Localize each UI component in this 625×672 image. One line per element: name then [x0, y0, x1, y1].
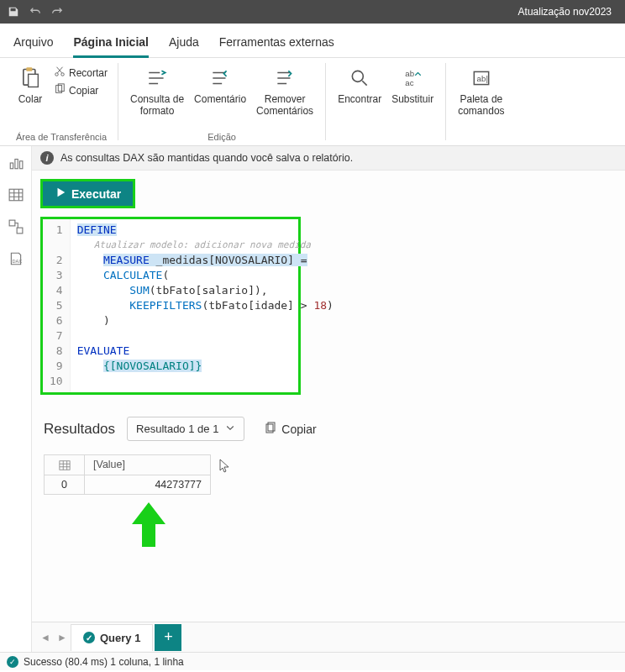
paste-button[interactable]: Colar [13, 63, 47, 107]
results-title: Resultados [44, 421, 115, 438]
paste-icon [17, 65, 44, 92]
menu-arquivo[interactable]: Arquivo [13, 32, 53, 57]
table-icon [59, 459, 71, 471]
command-palette-icon: ab| [468, 65, 495, 92]
status-text: Sucesso (80.4 ms) 1 coluna, 1 linha [24, 656, 184, 668]
annotation-arrow-up-icon [128, 501, 170, 554]
svg-rect-1 [26, 67, 32, 71]
menu-ajuda[interactable]: Ajuda [169, 32, 199, 57]
copy-icon [263, 421, 276, 437]
svg-rect-16 [9, 220, 15, 226]
sidebar-data-view[interactable] [8, 186, 24, 203]
cut-button[interactable]: Recortar [52, 65, 109, 81]
replace-button[interactable]: abac Substituir [388, 63, 437, 107]
paste-label: Colar [18, 93, 43, 105]
results-area: Resultados Resultado 1 de 1 Copiar [Valu… [44, 417, 613, 622]
svg-text:DAX: DAX [12, 259, 22, 264]
results-table: [Value] 0 44273777 [44, 454, 211, 495]
svg-text:ab|: ab| [476, 74, 487, 83]
comment-button[interactable]: Comentário [191, 63, 249, 119]
remove-comments-button[interactable]: Remover Comentários [253, 63, 317, 119]
sidebar-dax-view[interactable]: DAX [8, 250, 24, 267]
svg-rect-14 [19, 161, 22, 169]
editor-hint: Atualizar modelo: adicionar nova medida [77, 238, 334, 253]
infobar-text: As consultas DAX são mantidas quando voc… [60, 152, 353, 164]
format-query-button[interactable]: Consulta de formato [127, 63, 187, 119]
tab-next[interactable]: ► [54, 632, 71, 643]
code-editor[interactable]: 1 2 3 4 5 6 7 8 9 10 DEFINE Atualizar mo… [40, 217, 301, 395]
svg-point-7 [352, 71, 363, 81]
svg-text:ab: ab [406, 69, 415, 78]
sidebar: DAX [0, 146, 32, 652]
result-selector[interactable]: Resultado 1 de 1 [127, 417, 244, 441]
edit-group-label: Edição [207, 132, 236, 145]
chevron-down-icon [225, 423, 235, 435]
editor-content[interactable]: DEFINE Atualizar modelo: adicionar nova … [71, 219, 340, 392]
menubar: Arquivo Página Inicial Ajuda Ferramentas… [0, 24, 625, 58]
save-icon[interactable] [7, 5, 20, 18]
query-tabbar: ◄ ► ✓ Query 1 + [32, 622, 625, 652]
copy-icon [54, 83, 66, 97]
sidebar-report-view[interactable] [8, 155, 24, 171]
info-icon: i [40, 151, 54, 165]
statusbar: ✓ Sucesso (80.4 ms) 1 coluna, 1 linha [0, 652, 625, 670]
svg-rect-2 [29, 74, 39, 87]
svg-rect-17 [17, 228, 23, 234]
sidebar-model-view[interactable] [8, 218, 24, 235]
svg-rect-13 [14, 160, 17, 169]
menu-ferramentas-externas[interactable]: Ferramentas externas [219, 32, 334, 57]
project-name: Atualização nov2023 [518, 6, 618, 18]
format-query-icon [144, 65, 171, 92]
copy-button[interactable]: Copiar [52, 82, 109, 98]
ribbon: Colar Recortar Copiar Área de Transferên… [0, 58, 625, 146]
redo-icon[interactable] [50, 5, 64, 18]
check-icon: ✓ [83, 632, 95, 643]
undo-icon[interactable] [29, 5, 42, 18]
infobar: i As consultas DAX são mantidas quando v… [32, 146, 625, 171]
copy-results-button[interactable]: Copiar [263, 421, 316, 437]
status-check-icon: ✓ [7, 656, 18, 668]
editor-gutter: 1 2 3 4 5 6 7 8 9 10 [43, 219, 71, 392]
find-button[interactable]: Encontrar [334, 63, 385, 107]
scissors-icon [54, 66, 66, 80]
svg-rect-15 [9, 189, 23, 201]
clipboard-group-label: Área de Transferência [16, 132, 107, 145]
play-icon [55, 186, 66, 201]
table-row[interactable]: 0 44273777 [45, 475, 211, 494]
menu-pagina-inicial[interactable]: Página Inicial [73, 32, 148, 57]
column-header-value[interactable]: [Value] [85, 455, 211, 475]
tab-prev[interactable]: ◄ [37, 632, 54, 643]
replace-icon: abac [399, 65, 426, 92]
table-corner-cell[interactable] [45, 455, 85, 475]
svg-text:ac: ac [406, 78, 414, 87]
svg-rect-21 [59, 460, 69, 470]
remove-comments-icon [271, 65, 298, 92]
svg-point-4 [61, 73, 65, 76]
comment-icon [207, 65, 234, 92]
svg-rect-12 [10, 163, 13, 169]
search-icon [346, 65, 373, 92]
command-palette-button[interactable]: ab| Paleta de comandos [454, 63, 507, 119]
execute-button[interactable]: Executar [40, 179, 135, 208]
tab-query-1[interactable]: ✓ Query 1 [71, 624, 153, 651]
svg-point-3 [55, 73, 59, 76]
titlebar: Atualização nov2023 [0, 0, 625, 24]
add-tab-button[interactable]: + [155, 624, 181, 651]
